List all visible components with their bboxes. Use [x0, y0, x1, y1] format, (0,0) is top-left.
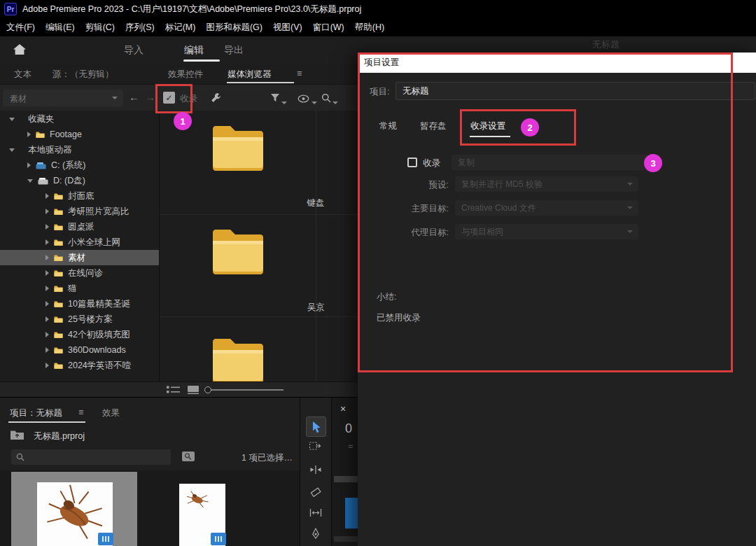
wrench-icon[interactable]	[210, 92, 222, 104]
chevron-down-icon	[332, 102, 338, 104]
folder-icon	[54, 362, 63, 370]
tree-item-folder[interactable]: 25号楼方案	[0, 312, 159, 327]
folder-icon	[54, 208, 63, 216]
tree-item-folder[interactable]: 2024学英语不噎	[0, 358, 159, 373]
bin-select[interactable]: 素材	[3, 90, 123, 106]
chevron-right-icon[interactable]	[46, 209, 49, 214]
chevron-right-icon[interactable]	[46, 332, 49, 337]
home-icon[interactable]	[13, 43, 27, 55]
tree-item-folder[interactable]: 封面底	[0, 188, 159, 204]
chevron-right-icon[interactable]	[46, 270, 49, 276]
drive-icon	[36, 162, 46, 169]
chevron-down-icon[interactable]	[27, 179, 33, 183]
folder-icon	[54, 223, 63, 231]
media-browser-footer	[0, 382, 358, 397]
search-input[interactable]	[11, 449, 171, 465]
tree-item-folder[interactable]: 圆桌派	[0, 219, 159, 234]
menu-sequence[interactable]: 序列(S)	[125, 22, 155, 34]
chevron-down-icon	[312, 102, 317, 104]
tools-panel	[300, 398, 331, 546]
folder-icon	[54, 316, 63, 323]
tab-text[interactable]: 文本	[14, 69, 31, 80]
zoom-slider-track[interactable]	[208, 389, 284, 391]
pen-tool[interactable]	[311, 528, 321, 540]
track-select-tool[interactable]	[309, 442, 323, 451]
list-view-icon[interactable]	[167, 386, 181, 394]
chevron-right-icon[interactable]	[46, 224, 49, 230]
tab-media-browser[interactable]: 媒体浏览器	[227, 69, 272, 80]
menu-markers[interactable]: 标记(M)	[165, 22, 196, 34]
folder-tree: 收藏夹 Footage 本地驱动器 C: (系统) D: (D盘) 封面底 考研…	[0, 111, 160, 382]
slip-tool[interactable]	[309, 508, 323, 517]
eye-icon[interactable]	[298, 94, 309, 103]
chevron-right-icon[interactable]	[46, 301, 49, 307]
panel-menu-icon[interactable]: ≡	[78, 407, 83, 417]
chevron-right-icon[interactable]	[27, 162, 31, 168]
chevron-right-icon[interactable]	[27, 132, 31, 137]
menu-edit[interactable]: 编辑(E)	[46, 22, 75, 34]
chevron-right-icon[interactable]	[46, 239, 49, 245]
tree-item-folder-selected[interactable]: 素材	[0, 250, 159, 265]
forward-arrow-icon[interactable]: →	[145, 92, 155, 102]
tab-effects[interactable]: 效果	[102, 407, 120, 419]
tree-item-folder[interactable]: 考研照片宽高比	[0, 204, 159, 219]
video-clip-fragment[interactable]	[345, 498, 358, 528]
folder-icon	[54, 331, 63, 339]
grid-folder-partial[interactable]	[160, 316, 316, 382]
back-arrow-icon[interactable]: ←	[129, 92, 139, 102]
annotation-badge-2: 2	[521, 118, 539, 136]
chevron-down-icon[interactable]	[9, 118, 15, 121]
menu-help[interactable]: 帮助(H)	[355, 22, 384, 34]
chevron-right-icon[interactable]	[46, 347, 49, 353]
tree-item-folder[interactable]: 猫	[0, 281, 159, 296]
grid-divider	[316, 111, 316, 382]
workspace-tab-export[interactable]: 导出	[224, 44, 244, 57]
chevron-right-icon[interactable]	[46, 286, 49, 291]
menu-file[interactable]: 文件(F)	[6, 22, 35, 34]
asset-thumbnail-selected[interactable]	[11, 472, 137, 546]
tab-source-monitor[interactable]: 源：（无剪辑）	[52, 69, 114, 80]
thumbnail-view-icon[interactable]	[188, 386, 199, 394]
chevron-right-icon[interactable]	[46, 363, 49, 368]
project-home-icon[interactable]	[10, 429, 24, 440]
menu-window[interactable]: 窗口(W)	[313, 22, 344, 34]
close-icon[interactable]: ×	[340, 403, 346, 414]
folder-icon	[54, 254, 63, 262]
annotation-badge-1: 1	[174, 112, 192, 130]
project-file-name[interactable]: 无标题.prproj	[34, 430, 85, 442]
media-browser-button-icon[interactable]	[182, 451, 195, 461]
menu-view[interactable]: 视图(V)	[273, 22, 302, 34]
workspace-tab-import[interactable]: 导入	[124, 44, 144, 57]
grid-folder-wujing[interactable]: 吴京	[160, 214, 316, 316]
ripple-edit-tool[interactable]	[309, 465, 323, 475]
selection-tool[interactable]	[306, 416, 326, 437]
tree-item-favorites[interactable]: 收藏夹	[0, 111, 159, 127]
tree-item-folder[interactable]: 小米全球上网	[0, 234, 159, 250]
tab-effect-controls[interactable]: 效果控件	[168, 69, 203, 80]
panel-menu-icon[interactable]: ≡	[297, 69, 302, 78]
folder-icon	[54, 192, 63, 200]
tree-item-drive-d[interactable]: D: (D盘)	[0, 173, 159, 188]
tab-project[interactable]: 项目：无标题	[10, 407, 62, 419]
tree-item-folder[interactable]: 10篇最精美圣诞	[0, 296, 159, 312]
tree-item-drive-c[interactable]: C: (系统)	[0, 158, 159, 173]
tree-item-footage[interactable]: Footage	[0, 127, 159, 142]
menu-graphics[interactable]: 图形和标题(G)	[206, 22, 262, 34]
filter-icon[interactable]	[270, 93, 280, 102]
chevron-right-icon[interactable]	[46, 193, 49, 199]
zoom-slider-knob[interactable]	[204, 386, 211, 393]
tree-item-local-drives[interactable]: 本地驱动器	[0, 142, 159, 158]
menu-clip[interactable]: 剪辑(C)	[85, 22, 115, 34]
search-icon[interactable]	[321, 93, 331, 103]
folder-icon	[54, 285, 63, 293]
folder-icon	[209, 225, 267, 276]
tree-item-folder[interactable]: 360Downloads	[0, 342, 159, 358]
tree-item-folder[interactable]: 42个初级填充图	[0, 327, 159, 342]
workspace-tab-edit[interactable]: 编辑	[184, 44, 204, 57]
tree-item-folder[interactable]: 在线问诊	[0, 265, 159, 281]
razor-tool[interactable]	[309, 486, 322, 498]
chevron-right-icon[interactable]	[46, 255, 49, 260]
chevron-right-icon[interactable]	[46, 316, 49, 322]
chevron-down-icon[interactable]	[9, 148, 15, 152]
snap-icon[interactable]: ≈	[348, 441, 353, 451]
